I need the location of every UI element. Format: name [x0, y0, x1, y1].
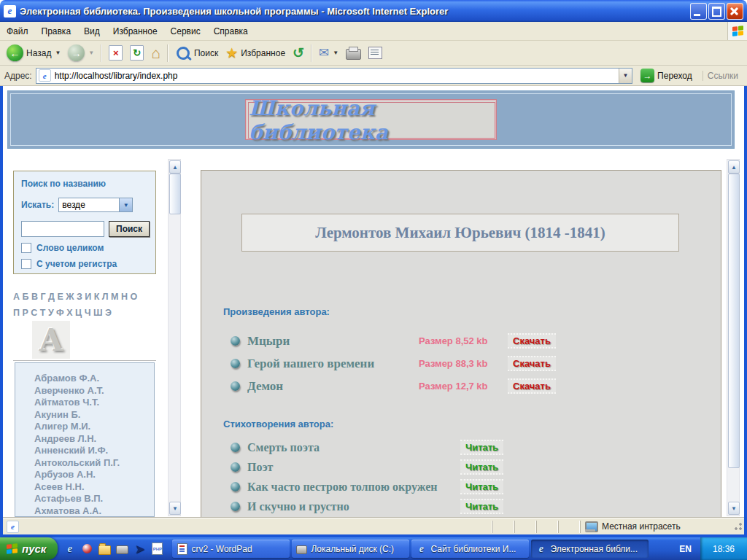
read-button[interactable]: Читать: [460, 459, 503, 475]
address-dropdown-icon[interactable]: ▼: [619, 69, 632, 83]
windows-logo-icon: [727, 22, 747, 40]
mail-dropdown-icon[interactable]: ▼: [333, 50, 338, 56]
history-button[interactable]: ↺: [289, 44, 308, 61]
address-field[interactable]: e ▼: [36, 68, 632, 84]
authors-list: Абрамов Ф.А.Аверченко А.Т.Айтматов Ч.Т.А…: [15, 362, 155, 517]
author-link[interactable]: Астафьев В.П.: [34, 493, 154, 505]
ie-icon: e: [535, 543, 546, 554]
resize-grip[interactable]: [734, 522, 743, 531]
case-sensitive-checkbox[interactable]: [21, 259, 31, 269]
download-button[interactable]: Скачать: [508, 356, 556, 371]
author-link[interactable]: Асеев Н.Н.: [34, 481, 154, 494]
work-row: Герой нашего времени Размер 88,3 kb Скач…: [231, 352, 706, 375]
task-electronic-library[interactable]: e Электронная библи...: [531, 540, 649, 558]
sidebar-scrollbar[interactable]: ▲ ▼: [168, 159, 181, 516]
task-wordpad[interactable]: crv2 - WordPad: [172, 540, 290, 558]
quicklaunch-media-icon[interactable]: [81, 542, 93, 555]
quicklaunch-drive-icon[interactable]: [116, 542, 128, 555]
author-link[interactable]: Анненский И.Ф.: [34, 445, 154, 457]
menu-item[interactable]: Файл: [0, 23, 35, 39]
print-button[interactable]: [342, 44, 365, 61]
poems-list: Смерть поэта Читать Поэт Читать Как част…: [231, 438, 706, 516]
read-button[interactable]: Читать: [460, 499, 503, 514]
back-dropdown-icon[interactable]: ▼: [55, 50, 61, 56]
menu-item[interactable]: Правка: [35, 23, 78, 39]
bullet-icon: [231, 336, 240, 346]
quicklaunch-folder-icon[interactable]: [98, 542, 111, 555]
author-link[interactable]: Акунин Б.: [34, 409, 154, 421]
start-button[interactable]: пуск: [0, 537, 58, 560]
edit-button[interactable]: [365, 45, 386, 61]
window-title: Электронная библиотека. Произведения шко…: [20, 6, 689, 17]
mail-button[interactable]: ✉ ▼: [315, 45, 342, 61]
scroll-up-icon[interactable]: ▲: [169, 160, 181, 174]
author-link[interactable]: Арбузов А.Н.: [34, 469, 154, 481]
author-link[interactable]: Айтматов Ч.Т.: [34, 397, 154, 409]
scope-label: Искать:: [21, 200, 54, 210]
work-row: Мцыри Размер 8,52 kb Скачать: [231, 330, 706, 352]
author-link[interactable]: Антокольский П.Г.: [34, 457, 154, 470]
author-link[interactable]: Андреев Л.Н.: [34, 433, 154, 446]
clock[interactable]: 18:36: [713, 544, 735, 554]
poem-title[interactable]: Как часто пестрою толпою окружен: [247, 481, 460, 494]
select-arrow-icon[interactable]: ▼: [119, 198, 132, 211]
task-label: Сайт библиотеки И...: [430, 544, 516, 554]
poem-row: И скучно и грустно Читать: [231, 497, 706, 516]
back-button[interactable]: ← Назад ▼: [3, 43, 64, 63]
menu-item[interactable]: Избранное: [107, 23, 164, 39]
search-scope-select[interactable]: везде ▼: [58, 198, 133, 212]
quicklaunch-php-icon[interactable]: PHP: [151, 542, 163, 555]
author-link[interactable]: Абрамов Ф.А.: [34, 373, 154, 385]
poem-title[interactable]: Поэт: [247, 461, 460, 474]
minimize-button[interactable]: [690, 3, 707, 20]
address-input[interactable]: [53, 70, 619, 82]
home-button[interactable]: ⌂: [147, 44, 164, 62]
refresh-button[interactable]: ↻: [126, 44, 147, 62]
language-indicator[interactable]: EN: [673, 542, 697, 556]
main-scrollbar-thumb[interactable]: [728, 174, 740, 468]
menu-item[interactable]: Справка: [207, 23, 255, 39]
read-button[interactable]: Читать: [460, 479, 503, 494]
links-label[interactable]: Ссылки: [703, 71, 743, 81]
alphabet-row-1[interactable]: А Б В Г Д Е Ж З И К Л М Н О: [13, 289, 159, 305]
work-title[interactable]: Демон: [247, 379, 419, 394]
poem-title[interactable]: И скучно и грустно: [247, 500, 460, 513]
task-library-site[interactable]: e Сайт библиотеки И...: [411, 540, 529, 558]
work-size: Размер 12,7 kb: [419, 381, 508, 392]
work-title[interactable]: Мцыри: [247, 334, 419, 349]
work-size: Размер 8,52 kb: [419, 335, 508, 346]
menu-item[interactable]: Вид: [77, 23, 107, 39]
quicklaunch-arrow-icon[interactable]: ➤: [133, 542, 146, 555]
stop-button[interactable]: ×: [105, 44, 126, 62]
close-button[interactable]: [727, 3, 743, 20]
scroll-down-icon[interactable]: ▼: [728, 502, 740, 515]
poem-title[interactable]: Смерть поэта: [247, 441, 460, 454]
forward-button[interactable]: → ▼: [64, 43, 98, 63]
search-button[interactable]: Поиск: [171, 44, 222, 63]
go-label: Переход: [657, 71, 692, 81]
go-button[interactable]: → Переход: [636, 68, 697, 83]
main-scrollbar[interactable]: ▲ ▼: [727, 159, 740, 516]
download-button[interactable]: Скачать: [508, 378, 556, 394]
alphabet-row-2[interactable]: П Р С Т У Ф Х Ц Ч Ш Э: [13, 305, 159, 321]
menu-item[interactable]: Сервис: [164, 23, 207, 39]
scroll-up-icon[interactable]: ▲: [728, 160, 740, 174]
favorites-button[interactable]: ★ Избранное: [222, 44, 289, 61]
author-link[interactable]: Аверченко А.Т.: [34, 385, 154, 397]
maximize-button[interactable]: [708, 3, 725, 20]
scroll-down-icon[interactable]: ▼: [169, 502, 181, 515]
author-link[interactable]: Алигер М.И.: [34, 421, 154, 433]
download-button[interactable]: Скачать: [508, 333, 556, 349]
search-label: Поиск: [194, 48, 218, 58]
task-local-disk[interactable]: Локальный диск (C:): [292, 540, 409, 558]
sidebar-scrollbar-thumb[interactable]: [169, 174, 181, 214]
browser-viewport: Школьная библиотека Поиск по названию Ис…: [3, 86, 744, 518]
zone-label: Местная интрасеть: [602, 521, 681, 532]
search-submit-button[interactable]: Поиск: [109, 221, 150, 237]
author-link[interactable]: Ахматова А.А.: [34, 505, 154, 518]
read-button[interactable]: Читать: [460, 440, 503, 455]
search-query-input[interactable]: [21, 221, 104, 237]
work-title[interactable]: Герой нашего времени: [247, 357, 419, 371]
whole-word-checkbox[interactable]: [21, 243, 31, 253]
quicklaunch-ie-icon[interactable]: e: [63, 542, 76, 555]
